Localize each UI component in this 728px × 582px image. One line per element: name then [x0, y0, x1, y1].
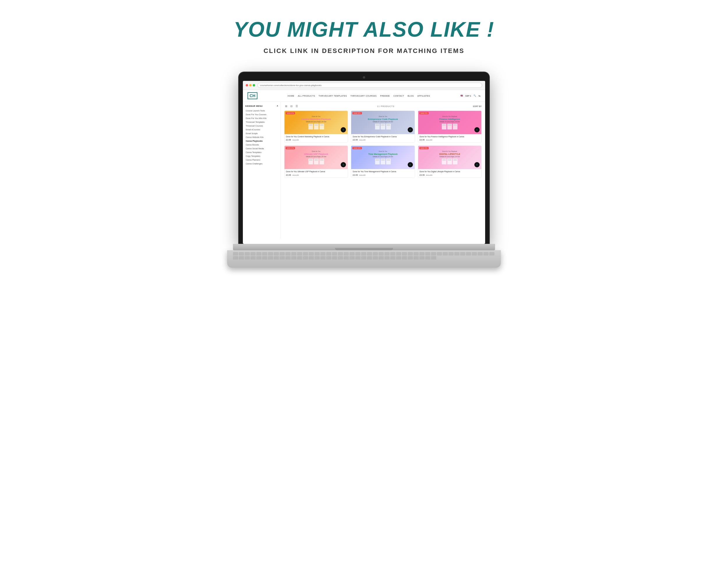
- product-image-2: SAVE 67% Done for You Entrepreneur Code …: [351, 111, 414, 134]
- laptop-screen: coursehorse.com/collections/done-for-you…: [243, 81, 485, 244]
- products-area: ⊞ ⊟ ☰ 11 PRODUCTS SORT BY SAVE 67% Done …: [281, 102, 485, 239]
- price-original-2: £11.99: [359, 139, 365, 141]
- site-body: SIDEBAR MENU ∧ Course Launch Tools Done …: [243, 102, 485, 239]
- sidebar-item-done-for-you-mini-kits[interactable]: Done For You Mini Kits: [243, 116, 280, 120]
- card-detail-2: Editable 57 Canva Pages | A4 Size: [373, 121, 393, 122]
- card-subtitle-1: Done for You: [312, 115, 320, 117]
- canva-badge-3: C: [474, 127, 479, 132]
- save-badge-2: SAVE 67%: [353, 112, 362, 114]
- product-card-4[interactable]: SAVE 67% Done for You Ultimate USP Playb…: [284, 145, 348, 177]
- card-docs-5: [375, 159, 391, 164]
- expand-dot[interactable]: [253, 84, 255, 86]
- nav-home[interactable]: HOME: [288, 95, 294, 97]
- product-info-6: Done for You Digital Lifestyle Playbook …: [418, 169, 482, 177]
- nav-right: 🇬🇧 GBP £ 🔍 🛍: [460, 94, 481, 97]
- search-icon[interactable]: 🔍: [473, 94, 476, 97]
- card-overlay-2: Done for You Entrepreneur Code Playbook …: [351, 111, 414, 134]
- sidebar-item-thrivecart-templates[interactable]: Thrivecart Templates: [243, 120, 280, 124]
- card-subtitle-2: Done for You: [379, 115, 387, 117]
- nav-contact[interactable]: CONTACT: [393, 95, 404, 97]
- close-dot[interactable]: [246, 84, 248, 86]
- price-sale-6: £3.99: [420, 174, 425, 176]
- cart-icon[interactable]: 🛍: [478, 95, 480, 97]
- site-logo[interactable]: CH: [248, 92, 257, 99]
- card-detail-4: Editable 36 Canva Pages | A4 Size: [306, 156, 327, 158]
- product-price-2: £3.95 £11.99: [353, 139, 413, 141]
- sidebar-collapse-icon[interactable]: ∧: [277, 105, 278, 107]
- laptop-screen-shell: coursehorse.com/collections/done-for-you…: [239, 72, 489, 244]
- sidebar-item-copy-templates[interactable]: Copy Templates: [243, 154, 280, 158]
- sidebar-item-email-scripts[interactable]: Email Scripts: [243, 132, 280, 135]
- card-overlay-4: Done for You Ultimate USP Playbook Edita…: [285, 146, 348, 169]
- card-subtitle-6: Done for You Playbook: [442, 150, 457, 152]
- card-overlay-1: Done for You Content Marketing Playbook …: [285, 111, 348, 134]
- card-docs-6: [442, 159, 458, 164]
- card-main-title-3: Finance Intelligence: [439, 118, 460, 120]
- price-original-6: £11.99: [426, 174, 432, 176]
- sidebar-item-canva-ebooks[interactable]: Canva Ebooks: [243, 143, 280, 147]
- grid-view-btn[interactable]: ⊞: [284, 104, 288, 108]
- product-card-5[interactable]: SAVE 67% Done for You Time Management Pl…: [351, 145, 415, 177]
- product-price-3: £3.95 £11.99: [420, 139, 480, 141]
- card-subtitle-4: Done for You: [312, 150, 320, 152]
- url-bar[interactable]: coursehorse.com/collections/done-for-you…: [257, 83, 482, 88]
- sidebar-item-done-for-you-courses[interactable]: Done For You Courses: [243, 113, 280, 116]
- product-info-3: Done for You Finance Intelligence Playbo…: [418, 134, 482, 142]
- product-title-6: Done for You Digital Lifestyle Playbook …: [420, 170, 480, 173]
- product-card-1[interactable]: SAVE 67% Done for You Content Marketing …: [284, 111, 348, 143]
- sidebar-item-canva-website-kits[interactable]: Canva Website Kits: [243, 135, 280, 139]
- product-card-2[interactable]: SAVE 67% Done for You Entrepreneur Code …: [351, 111, 415, 143]
- compact-view-btn[interactable]: ⊟: [289, 104, 293, 108]
- product-price-5: £3.99 £11.99: [353, 174, 413, 176]
- nav-blog[interactable]: BLOG: [408, 95, 414, 97]
- price-original-5: £11.99: [359, 174, 365, 176]
- product-card-3[interactable]: SAVE 67% Done for You Playbook Finance I…: [418, 111, 482, 143]
- card-detail-3: Editable 70 Canva Pages | A4 Size: [439, 121, 460, 122]
- card-docs-1: [308, 124, 324, 130]
- laptop-mockup: coursehorse.com/collections/done-for-you…: [233, 72, 495, 268]
- card-overlay-6: Done for You Playbook DIGITAL LIFESTYLE …: [418, 146, 482, 169]
- product-title-5: Done for You Time Management Playbook in…: [353, 170, 413, 173]
- save-badge-5: SAVE 67%: [353, 147, 362, 149]
- canva-badge-5: C: [408, 162, 413, 167]
- products-count: 11 PRODUCTS: [377, 105, 395, 107]
- sidebar-item-thrivecart-courses[interactable]: Thrivecart Courses: [243, 124, 280, 128]
- nav-freebie[interactable]: FREEBIE: [380, 95, 390, 97]
- product-price-4: £3.99 £11.99: [286, 174, 346, 176]
- sidebar: SIDEBAR MENU ∧ Course Launch Tools Done …: [243, 102, 281, 239]
- save-badge-3: SAVE 67%: [419, 112, 428, 114]
- product-card-6[interactable]: SAVE 67% Done for You Playbook DIGITAL L…: [418, 145, 482, 177]
- nav-thrivecart-templates[interactable]: THRIVECART TEMPLATES: [318, 95, 347, 97]
- save-badge-4: SAVE 67%: [286, 147, 295, 149]
- nav-all-products[interactable]: ALL PRODUCTS: [298, 95, 315, 97]
- sidebar-item-canva-planners[interactable]: Canva Planners: [243, 158, 280, 162]
- sidebar-item-email-ecourses[interactable]: Email eCourses: [243, 128, 280, 132]
- product-title-2: Done for You Entrepreneur Code Playbook …: [353, 136, 413, 138]
- sidebar-item-canva-templates[interactable]: Canva Templates: [243, 150, 280, 154]
- sidebar-item-canva-challenges[interactable]: Canva Challenges: [243, 162, 280, 166]
- card-main-title-2: Entrepreneur Code Playbook: [368, 118, 398, 120]
- card-overlay-5: Done for You Time Management Playbook Ed…: [351, 146, 414, 169]
- price-original-4: £11.99: [292, 174, 298, 176]
- product-info-2: Done for You Entrepreneur Code Playbook …: [351, 134, 414, 142]
- price-sale-1: £3.99: [286, 139, 291, 141]
- product-image-1: SAVE 67% Done for You Content Marketing …: [285, 111, 348, 134]
- products-grid: SAVE 67% Done for You Content Marketing …: [284, 111, 482, 178]
- price-sale-4: £3.99: [286, 174, 291, 176]
- price-sale-2: £3.95: [353, 139, 358, 141]
- nav-thrivecart-courses[interactable]: THRIVECART COURSES: [350, 95, 377, 97]
- card-main-title-5: Time Management Playbook: [368, 153, 398, 156]
- list-view-btn[interactable]: ☰: [295, 104, 299, 108]
- sidebar-item-canva-playbooks[interactable]: Canva Playbooks: [243, 139, 280, 143]
- sidebar-item-course-launch-tools[interactable]: Course Launch Tools: [243, 109, 280, 113]
- sort-by[interactable]: SORT BY: [473, 105, 482, 107]
- nav-affiliates[interactable]: AFFILIATES: [417, 95, 430, 97]
- product-info-1: Done for You Content Marketing Playbook …: [285, 134, 348, 142]
- nav-links: HOME ALL PRODUCTS THRIVECART TEMPLATES T…: [288, 95, 430, 97]
- product-info-5: Done for You Time Management Playbook in…: [351, 169, 414, 177]
- card-subtitle-3: Done for You Playbook: [442, 115, 457, 117]
- sidebar-header-label: SIDEBAR MENU: [245, 105, 263, 107]
- minimize-dot[interactable]: [249, 84, 252, 86]
- sidebar-item-canva-social-media[interactable]: Canva Social Media: [243, 147, 280, 150]
- currency-selector[interactable]: GBP £: [465, 95, 471, 97]
